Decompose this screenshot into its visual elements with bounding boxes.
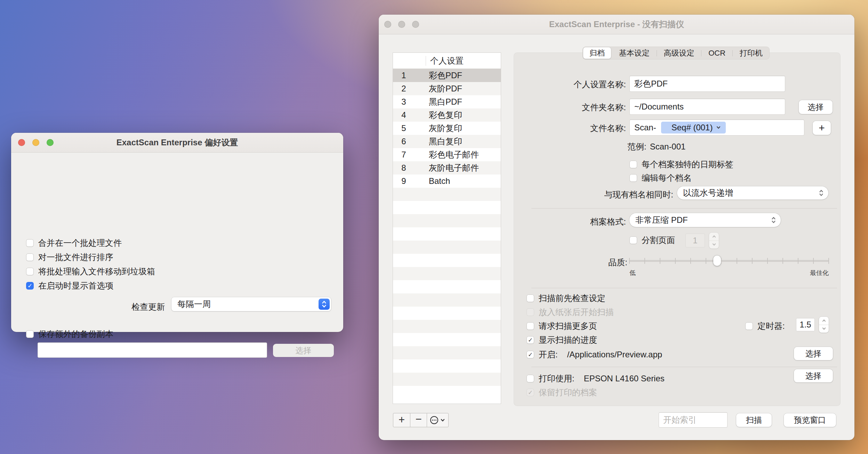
open-with-option[interactable]: 开启: /Applications/Preview.app <box>527 349 662 360</box>
tab-高级设定[interactable]: 高级设定 <box>658 47 701 59</box>
main-window: ExactScan Enterprise - 没有扫描仪 个人设置 1彩色PDF… <box>379 15 854 440</box>
file-name-field[interactable]: Scan- Seq# (001) <box>629 120 804 136</box>
backup-copy-checkbox[interactable] <box>26 330 34 338</box>
preset-row-empty[interactable] <box>393 359 501 373</box>
remove-preset-button[interactable]: − <box>410 413 427 427</box>
quality-slider[interactable] <box>629 256 829 266</box>
prefs-option-row[interactable]: 在启动时显示首选项 <box>26 280 113 291</box>
preset-row-empty[interactable] <box>393 188 501 201</box>
sequence-token[interactable]: Seq# (001) <box>661 122 726 133</box>
preset-row[interactable]: 1彩色PDF <box>393 69 501 82</box>
preset-row[interactable]: 3黑白PDF <box>393 95 501 108</box>
folder-name-field[interactable]: ~/Documents <box>629 99 785 115</box>
backup-copy-option[interactable]: 保存额外的备份副本 <box>26 329 113 340</box>
slider-tick <box>782 258 783 264</box>
close-button[interactable] <box>384 21 391 28</box>
prefs-option-row[interactable]: 将批处理输入文件移动到垃圾箱 <box>26 266 155 277</box>
unique-date-option[interactable]: 每个档案独特的日期标签 <box>629 159 733 170</box>
preset-row[interactable]: 6黑白复印 <box>393 135 501 148</box>
main-titlebar[interactable]: ExactScan Enterprise - 没有扫描仪 <box>379 15 854 34</box>
prefs-option-checkbox[interactable] <box>26 282 34 290</box>
preset-row-empty[interactable] <box>393 280 501 293</box>
zoom-button[interactable] <box>412 21 419 28</box>
preset-row-empty[interactable] <box>393 254 501 267</box>
check-before-scan-checkbox[interactable] <box>527 294 534 302</box>
add-token-button[interactable]: + <box>813 121 831 135</box>
split-pages-checkbox[interactable] <box>629 236 637 244</box>
prefs-titlebar[interactable]: ExactScan Enterprise 偏好设置 <box>11 133 343 153</box>
unique-date-checkbox[interactable] <box>629 161 637 168</box>
prefs-option-checkbox[interactable] <box>26 268 34 275</box>
preset-row-empty[interactable] <box>393 320 501 333</box>
timer-stepper[interactable] <box>819 317 829 333</box>
backup-path-field[interactable] <box>38 342 267 358</box>
preset-row[interactable]: 7彩色电子邮件 <box>393 148 501 161</box>
preset-row[interactable]: 4彩色复印 <box>393 108 501 122</box>
preset-row-empty[interactable] <box>393 373 501 386</box>
preset-actions-menu-button[interactable] <box>427 413 448 427</box>
tab-打印机[interactable]: 打印机 <box>733 47 769 59</box>
preset-row-empty[interactable] <box>393 307 501 320</box>
preset-name-field[interactable]: 彩色PDF <box>629 76 785 92</box>
timer-option[interactable]: 定时器: <box>745 321 785 332</box>
add-preset-button[interactable]: + <box>393 413 410 427</box>
stepper-up-icon[interactable] <box>819 317 829 325</box>
print-with-option[interactable]: 打印使用: EPSON L4160 Series <box>527 373 665 384</box>
start-index-input[interactable] <box>659 412 728 428</box>
edit-each-checkbox[interactable] <box>629 174 637 182</box>
tab-基本设定[interactable]: 基本设定 <box>613 47 656 59</box>
scan-button[interactable]: 扫描 <box>736 413 772 427</box>
ask-more-pages-option[interactable]: 请求扫描更多页 <box>527 321 597 332</box>
slider-tick <box>706 258 706 264</box>
preview-window-button[interactable]: 预览窗口 <box>784 413 836 427</box>
check-update-select[interactable]: 每隔一周 <box>171 297 331 311</box>
format-select[interactable]: 非常压缩 PDF <box>629 213 781 227</box>
minimize-button[interactable] <box>32 139 39 146</box>
timer-checkbox[interactable] <box>745 322 753 330</box>
print-with-checkbox[interactable] <box>527 375 534 382</box>
tab-OCR[interactable]: OCR <box>702 47 732 59</box>
stepper-down-icon[interactable] <box>819 325 829 333</box>
preset-row-empty[interactable] <box>393 227 501 241</box>
example-label: 范例: <box>627 141 646 152</box>
preset-row-empty[interactable] <box>393 346 501 359</box>
preset-row[interactable]: 9Batch <box>393 175 501 188</box>
preset-row[interactable]: 8灰阶电子邮件 <box>393 161 501 175</box>
open-with-choose-button[interactable]: 选择 <box>794 347 833 360</box>
slider-track[interactable] <box>629 260 829 262</box>
timer-label: 定时器: <box>757 321 785 332</box>
ask-more-pages-checkbox[interactable] <box>527 322 534 330</box>
zoom-button[interactable] <box>47 139 54 146</box>
preset-number: 5 <box>393 123 415 133</box>
preset-row-empty[interactable] <box>393 241 501 254</box>
check-before-scan-option[interactable]: 扫描前先检查设定 <box>527 293 605 304</box>
show-progress-option[interactable]: 显示扫描的进度 <box>527 334 597 346</box>
prefs-option-checkbox[interactable] <box>26 253 34 261</box>
folder-choose-button[interactable]: 选择 <box>799 100 833 114</box>
preset-row[interactable]: 2灰阶PDF <box>393 82 501 95</box>
preset-row-empty[interactable] <box>393 267 501 280</box>
preset-row-empty[interactable] <box>393 333 501 346</box>
split-pages-option[interactable]: 分割页面 <box>629 235 675 246</box>
tab-归档[interactable]: 归档 <box>583 47 611 59</box>
open-with-checkbox[interactable] <box>527 351 534 358</box>
preset-row-empty[interactable] <box>393 214 501 227</box>
show-progress-label: 显示扫描的进度 <box>539 334 597 346</box>
prefs-option-row[interactable]: 对一批文件进行排序 <box>26 252 113 263</box>
slider-thumb[interactable] <box>713 256 721 266</box>
minimize-button[interactable] <box>398 21 405 28</box>
timer-value-field[interactable]: 1.5 <box>796 318 815 331</box>
conflict-select[interactable]: 以流水号递增 <box>677 186 828 200</box>
preset-row-empty[interactable] <box>393 293 501 307</box>
prefs-option-checkbox[interactable] <box>26 239 34 247</box>
popup-updown-icon <box>819 189 824 197</box>
preset-row[interactable]: 5灰阶复印 <box>393 122 501 135</box>
section-divider <box>531 367 837 367</box>
preset-row-empty[interactable] <box>393 386 501 399</box>
edit-each-option[interactable]: 编辑每个档名 <box>629 172 692 184</box>
preset-row-empty[interactable] <box>393 201 501 214</box>
prefs-option-row[interactable]: 合并在一个批处理文件 <box>26 237 122 249</box>
print-choose-button[interactable]: 选择 <box>794 369 833 382</box>
show-progress-checkbox[interactable] <box>527 336 534 344</box>
close-button[interactable] <box>18 139 25 146</box>
